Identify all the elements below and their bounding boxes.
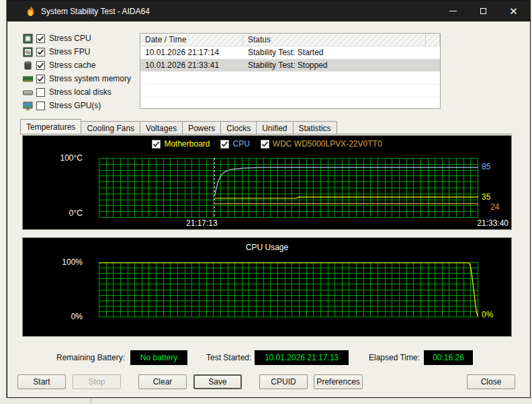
log-header-row: Date / TimeStatus [140,34,440,46]
stress-option-checkbox[interactable] [36,88,45,97]
stop-button: Stop [73,374,121,389]
log-cell [140,97,243,110]
maximize-button[interactable] [468,1,498,22]
temperature-legend: MotherboardCPUWDC WD5000LPVX-22V0TT0 [23,139,511,149]
log-cell [426,97,440,110]
log-row[interactable]: 10.01.2026 21:17:14Stability Test: Start… [140,46,440,59]
battery-label: Remaining Battery: [56,353,125,362]
legend-item[interactable]: CPU [220,139,249,149]
window-title: System Stability Test - AIDA64 [41,7,150,16]
stress-option-label: Stress CPU [49,34,91,43]
stress-option-checkbox[interactable] [36,102,45,110]
maximize-icon [480,8,486,14]
log-cell [243,72,426,84]
temp-x-start-label: 21:17:13 [186,218,218,228]
legend-checkbox[interactable] [152,140,161,149]
cpu-usage-title: CPU Usage [23,243,511,252]
series-end-value: 0% [482,310,493,319]
log-column-header[interactable]: Status [243,34,426,46]
usage-axis-max-label: 100% [62,257,83,267]
stress-option-label: Stress system memory [49,74,131,83]
chart-grid [99,262,478,317]
stress-option-label: Stress cache [49,60,95,70]
series-end-value: 35 [482,192,490,202]
stress-options-list: Stress CPU%Stress FPUStress cacheStress … [23,32,131,112]
log-cell [243,97,426,110]
battery-value: No battery [130,350,187,365]
temp-axis-max-label: 100°C [60,153,83,163]
stress-option-row[interactable]: Stress cache [23,58,131,72]
stress-option-checkbox[interactable] [36,61,45,70]
legend-checkbox[interactable] [261,140,269,149]
preferences-button[interactable]: Preferences [314,374,363,389]
log-empty-row [140,97,440,110]
log-empty-row [140,85,440,97]
log-cell: 10.01.2026 21:17:14 [140,46,243,58]
gpu-icon [23,101,33,111]
window-controls: ✕ [438,1,529,22]
fpu-icon: % [23,47,33,57]
stress-option-row[interactable]: Stress local disks [23,85,131,99]
close-icon: ✕ [509,6,518,16]
tab-cooling-fans[interactable]: Cooling Fans [81,121,140,134]
test-started-value: 10.01.2026 21:17:13 [255,350,349,365]
aida64-flame-icon [25,5,36,17]
temp-axis-min-label: 0°C [69,208,83,218]
legend-item[interactable]: Motherboard [152,139,210,149]
series-motherboard [214,197,478,198]
elapsed-time-label: Elapsed Time: [369,353,420,362]
minimize-button[interactable] [438,1,468,22]
titlebar: System Stability Test - AIDA64 ✕ [7,1,530,22]
stress-option-checkbox[interactable] [36,75,45,83]
cpu-icon [23,34,33,44]
legend-label: CPU [232,139,249,149]
close-button[interactable]: Close [467,374,515,389]
log-cell [140,85,243,97]
cpu-usage-chart-plot [99,262,478,317]
event-log-table[interactable]: Date / TimeStatus10.01.2026 21:17:14Stab… [140,33,441,109]
stress-option-label: Stress local disks [49,87,112,97]
screen: System Stability Test - AIDA64 ✕ Stress … [0,0,532,404]
log-cell: Stability Test: Started [243,46,426,58]
temp-x-end-label: 21:33:40 [477,218,508,228]
log-column-header[interactable] [426,34,440,46]
stress-option-row[interactable]: Stress GPU(s) [23,99,131,112]
cpu-usage-chart-panel: CPU Usage 100% 0% 0% [22,237,512,337]
temperature-chart-plot [99,158,478,218]
log-cell: 10.01.2026 21:33:41 [140,59,243,71]
start-button[interactable]: Start [17,374,66,389]
log-column-header[interactable]: Date / Time [140,34,243,46]
close-button[interactable]: ✕ [498,1,529,22]
legend-item[interactable]: WDC WD5000LPVX-22V0TT0 [261,139,382,149]
clear-button[interactable]: Clear [138,374,187,389]
tab-voltages[interactable]: Voltages [140,121,183,134]
series-end-value: 85 [482,162,490,171]
tab-unified[interactable]: Unified [257,121,293,134]
cache-icon [23,60,33,71]
tab-statistics[interactable]: Statistics [294,121,337,134]
stress-option-row[interactable]: Stress CPU [23,32,131,45]
tab-temperatures[interactable]: Temperatures [20,119,81,134]
stress-option-row[interactable]: %Stress FPU [23,45,131,58]
log-cell [426,72,440,84]
log-cell [426,59,440,71]
log-cell [140,72,243,84]
tab-powers[interactable]: Powers [183,121,221,134]
memory-icon [23,74,33,84]
stress-option-row[interactable]: Stress system memory [23,72,131,85]
stress-option-label: Stress GPU(s) [49,101,101,110]
stability-test-window: System Stability Test - AIDA64 ✕ Stress … [7,0,531,398]
save-button[interactable]: Save [193,374,242,389]
legend-label: Motherboard [164,139,210,149]
series-end-value: 24 [490,202,499,212]
stress-option-checkbox[interactable] [36,34,45,43]
stress-option-checkbox[interactable] [36,48,45,56]
cpuid-button[interactable]: CPUID [259,374,308,389]
log-row[interactable]: 10.01.2026 21:33:41Stability Test: Stopp… [140,59,440,72]
temperature-chart-panel: MotherboardCPUWDC WD5000LPVX-22V0TT0 100… [22,135,512,230]
minimize-icon [449,11,457,11]
test-started-label: Test Started: [206,353,251,362]
legend-checkbox[interactable] [220,140,229,149]
tab-clocks[interactable]: Clocks [221,121,257,134]
usage-axis-min-label: 0% [71,312,83,321]
